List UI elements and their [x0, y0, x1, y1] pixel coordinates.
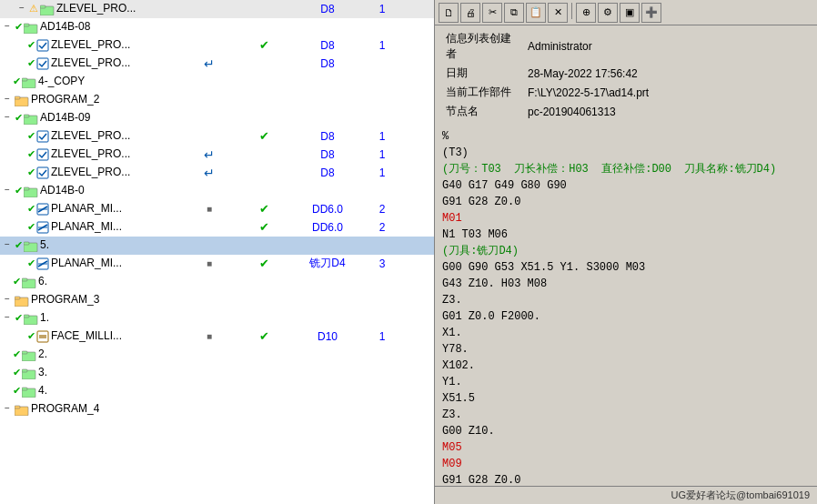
info-label: 日期 — [442, 64, 524, 83]
type-icon: ✔ — [13, 75, 38, 87]
cut-button[interactable]: ✂ — [482, 3, 502, 23]
tree-row[interactable]: − PROGRAM_2 — [0, 91, 434, 109]
tree-node-name: PLANAR_MI... — [51, 257, 122, 269]
tree-row[interactable]: ✔ ZLEVEL_PRO...✔D81 — [0, 36, 434, 55]
code-line: X51.5 — [442, 390, 810, 407]
svg-rect-39 — [22, 369, 27, 372]
svg-rect-3 — [24, 24, 29, 26]
add-button[interactable]: ⊕ — [576, 3, 596, 23]
tree-row[interactable]: − PROGRAM_3 — [0, 291, 434, 309]
tree-row[interactable]: −✔ AD14B-0 — [0, 182, 434, 200]
type-icon: ✔ — [15, 20, 40, 33]
tree-node-name: AD14B-08 — [40, 20, 90, 33]
tree-row[interactable]: −✔ 1. — [0, 309, 434, 328]
code-line: (刀号：T03 刀长补偿：H03 直径补偿:D00 刀具名称:铣刀D4) — [442, 161, 810, 177]
tree-row[interactable]: ✔ 4-_COPY — [0, 73, 434, 91]
svg-rect-33 — [24, 315, 29, 318]
code-line: G91 G28 Z0.0 — [442, 194, 810, 210]
expand-icon[interactable]: − — [16, 3, 27, 14]
code-line: Z3. — [442, 407, 810, 423]
plus-button[interactable]: ➕ — [641, 3, 661, 23]
tree-row[interactable]: ✔ 3. — [0, 364, 434, 382]
info-row: 信息列表创建者Administrator — [442, 29, 810, 64]
tree-row[interactable]: −⚠ ZLEVEL_PRO...D81 — [0, 0, 434, 18]
info-row: 节点名pc-201904061313 — [442, 102, 810, 121]
paste-button[interactable]: 📋 — [526, 3, 546, 23]
type-icon: ⚠ — [29, 2, 56, 15]
num-cell: 1 — [364, 130, 400, 143]
expand-icon[interactable]: − — [2, 239, 13, 250]
window-button[interactable]: ▣ — [620, 3, 640, 23]
type-icon: ✔ — [13, 384, 38, 397]
svg-rect-37 — [22, 351, 27, 354]
num-cell: 2 — [364, 203, 400, 216]
tree-row[interactable]: ✔ ZLEVEL_PRO...✔D81 — [0, 127, 434, 146]
code-line: G43 Z10. H03 M08 — [442, 276, 810, 292]
tree-row[interactable]: −✔ 5. — [0, 237, 434, 255]
tree-row[interactable]: −✔ AD14B-08 — [0, 18, 434, 36]
info-label: 当前工作部件 — [442, 83, 524, 102]
arrow-cell: ↵ — [182, 147, 237, 162]
status-bar: UG爱好者论坛@tombai691019 — [435, 486, 817, 504]
expand-icon[interactable]: − — [2, 185, 13, 196]
info-row: 日期28-May-2022 17:56:42 — [442, 64, 810, 83]
tree-node-name: ZLEVEL_PRO... — [51, 38, 130, 51]
num-cell: 1 — [364, 330, 400, 343]
arrow-cell: ↵ — [182, 166, 237, 180]
tree-row[interactable]: ✔ PLANAR_MI...✔DD6.02 — [0, 218, 434, 237]
settings-button[interactable]: ⚙ — [598, 3, 618, 23]
svg-rect-11 — [24, 115, 29, 117]
svg-rect-35 — [39, 335, 46, 338]
tree-row[interactable]: −✔ AD14B-09 — [0, 109, 434, 127]
svg-rect-31 — [15, 297, 20, 299]
info-row: 当前工作部件F:\LY\2022-5-17\ad14.prt — [442, 83, 810, 102]
type-icon: ✔ — [27, 56, 51, 70]
tree-row[interactable]: ✔ ZLEVEL_PRO...↵D81 — [0, 146, 434, 164]
svg-rect-14 — [37, 167, 48, 178]
tree-row[interactable]: ✔ ZLEVEL_PRO...↵D81 — [0, 164, 434, 182]
num-cell: 1 — [364, 39, 400, 52]
expand-icon[interactable]: − — [2, 112, 13, 123]
new-button[interactable]: 🗋 — [439, 3, 459, 23]
tool-cell: D8 — [291, 57, 364, 70]
code-line: G40 G17 G49 G80 G90 — [442, 177, 810, 194]
tree-row[interactable]: ✔ PLANAR_MI...■✔铣刀D43 — [0, 255, 434, 273]
info-value: pc-201904061313 — [524, 102, 810, 121]
type-icon: ✔ — [27, 220, 51, 234]
expand-icon[interactable]: − — [2, 403, 13, 414]
tree-row[interactable]: ✔ FACE_MILLI...■✔D101 — [0, 328, 434, 346]
tree-row[interactable]: ✔ 6. — [0, 273, 434, 291]
code-line: M09 — [442, 456, 810, 472]
expand-icon[interactable]: − — [2, 21, 13, 32]
type-icon: ✔ — [27, 147, 51, 161]
tree-row[interactable]: ✔ ZLEVEL_PRO...↵D8 — [0, 55, 434, 73]
tree-node-name: AD14B-0 — [40, 184, 85, 197]
expand-icon[interactable]: − — [2, 294, 13, 305]
svg-rect-9 — [15, 96, 20, 99]
tree-node-name: PROGRAM_2 — [31, 93, 99, 106]
code-line: (刀具:铣刀D4) — [442, 243, 810, 259]
type-icon: ✔ — [13, 275, 38, 287]
tree-row[interactable]: ✔ 2. — [0, 346, 434, 364]
type-icon: ✔ — [15, 238, 40, 251]
tree-node-name: ZLEVEL_PRO... — [51, 56, 130, 69]
expand-icon[interactable]: − — [2, 94, 13, 105]
tree-row[interactable]: − PROGRAM_4 — [0, 400, 434, 418]
tree-row[interactable]: ✔ 4. — [0, 382, 434, 400]
svg-rect-12 — [37, 131, 48, 142]
tool-cell: D8 — [291, 130, 364, 143]
check-cell: ✔ — [237, 329, 291, 343]
delete-button[interactable]: ✕ — [548, 3, 568, 23]
info-value: F:\LY\2022-5-17\ad14.prt — [524, 83, 810, 102]
type-icon — [15, 293, 31, 306]
type-icon: ✔ — [27, 329, 51, 343]
copy-button[interactable]: ⧉ — [504, 3, 524, 23]
tree-row[interactable]: ✔ PLANAR_MI...■✔DD6.02 — [0, 200, 434, 218]
print-button[interactable]: 🖨 — [460, 3, 480, 23]
info-value: Administrator — [524, 29, 810, 64]
svg-rect-16 — [24, 187, 29, 190]
tree-node-name: PROGRAM_4 — [31, 402, 99, 415]
code-panel: %(T3)(刀号：T03 刀长补偿：H03 直径补偿:D00 刀具名称:铣刀D4… — [435, 125, 817, 486]
num-cell: 1 — [364, 3, 400, 15]
expand-icon[interactable]: − — [2, 312, 13, 323]
